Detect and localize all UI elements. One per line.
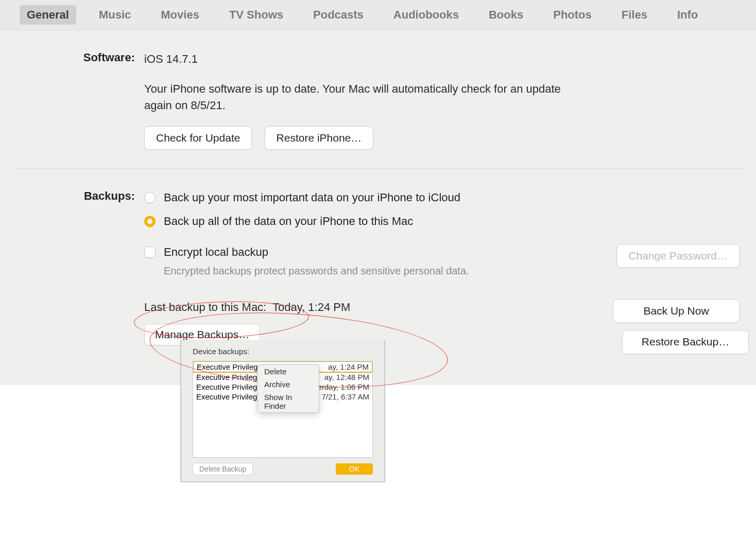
last-backup-label: Last backup to this Mac: xyxy=(144,301,266,314)
encrypt-checkbox[interactable] xyxy=(144,247,156,258)
ctx-show-in-finder[interactable]: Show In Finder xyxy=(258,391,319,412)
check-for-update-button[interactable]: Check for Update xyxy=(144,126,252,150)
software-version: iOS 14.7.1 xyxy=(144,51,740,67)
tab-info[interactable]: Info xyxy=(670,5,705,25)
software-status-text: Your iPhone software is up to date. Your… xyxy=(144,81,566,114)
tab-audiobooks[interactable]: Audiobooks xyxy=(386,5,466,25)
back-up-now-button[interactable]: Back Up Now xyxy=(613,299,740,323)
backup-row-name: Executive Privilege xyxy=(197,362,262,371)
restore-iphone-button[interactable]: Restore iPhone… xyxy=(265,126,374,150)
tab-podcasts[interactable]: Podcasts xyxy=(306,5,371,25)
delete-backup-button[interactable]: Delete Backup xyxy=(193,463,253,475)
tab-files[interactable]: Files xyxy=(614,5,655,25)
ok-button[interactable]: OK xyxy=(336,463,373,475)
tab-music[interactable]: Music xyxy=(92,5,138,25)
backup-option-mac-row[interactable]: Back up all of the data on your iPhone t… xyxy=(144,213,740,230)
encrypt-description: Encrypted backups protect passwords and … xyxy=(164,264,469,279)
ctx-delete[interactable]: Delete xyxy=(258,365,319,378)
ctx-archive[interactable]: Archive xyxy=(258,378,319,391)
tab-photos[interactable]: Photos xyxy=(546,5,599,25)
backup-row-time: 7/21, 6:37 AM xyxy=(318,392,369,401)
encrypt-label: Encrypt local backup xyxy=(164,244,268,260)
backup-row-time: terday, 1:06 PM xyxy=(312,383,369,391)
software-label: Software: xyxy=(6,51,144,64)
software-section: Software: iOS 14.7.1 Your iPhone softwar… xyxy=(6,51,750,150)
device-backups-title: Device backups: xyxy=(193,347,373,356)
tab-general[interactable]: General xyxy=(20,5,76,25)
tab-books[interactable]: Books xyxy=(482,5,530,25)
last-backup-value: Today, 1:24 PM xyxy=(272,301,350,314)
backup-option-icloud-label: Back up your most important data on your… xyxy=(164,189,460,206)
backup-context-menu: Delete Archive Show In Finder xyxy=(257,364,319,413)
backup-row-name: Executive Privilege xyxy=(196,392,262,401)
section-divider xyxy=(12,168,744,169)
backup-row-time: ay, 1:24 PM xyxy=(325,362,369,371)
radio-mac[interactable] xyxy=(144,216,156,227)
change-password-button: Change Password… xyxy=(616,244,740,268)
tab-bar: General Music Movies TV Shows Podcasts A… xyxy=(0,0,756,30)
backups-label: Backups: xyxy=(6,189,144,203)
backups-section: Backups: Back up your most important dat… xyxy=(6,189,750,354)
encrypt-backup-row[interactable]: Encrypt local backup xyxy=(144,244,469,260)
backup-row-time: ay, 12:48 PM xyxy=(321,373,369,381)
radio-icloud[interactable] xyxy=(144,192,156,203)
tab-movies[interactable]: Movies xyxy=(153,5,207,25)
backup-option-mac-label: Back up all of the data on your iPhone t… xyxy=(164,213,413,230)
last-backup-line: Last backup to this Mac: Today, 1:24 PM xyxy=(144,299,350,316)
backup-row-name: Executive Privilege xyxy=(196,383,262,391)
tab-tvshows[interactable]: TV Shows xyxy=(222,5,290,25)
general-panel: Software: iOS 14.7.1 Your iPhone softwar… xyxy=(0,30,756,385)
backup-option-icloud-row[interactable]: Back up your most important data on your… xyxy=(144,189,740,206)
backup-row-name: Executive Privilege xyxy=(196,373,262,381)
restore-backup-button[interactable]: Restore Backup… xyxy=(622,330,749,354)
